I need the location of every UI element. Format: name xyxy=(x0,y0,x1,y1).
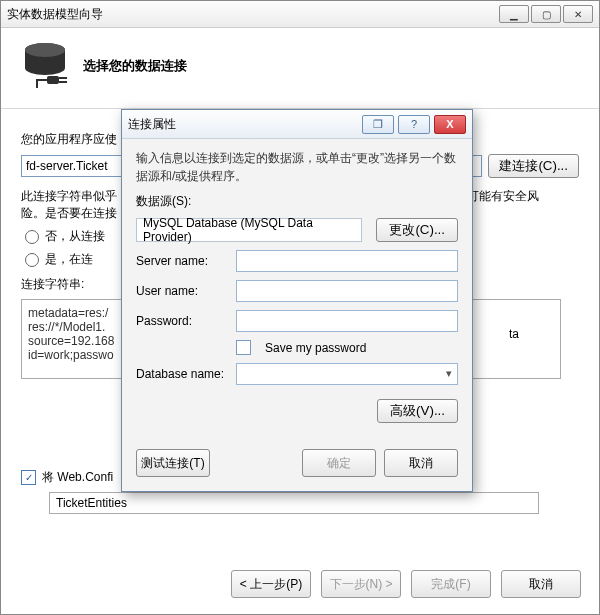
change-datasource-button[interactable]: 更改(C)... xyxy=(376,218,458,242)
server-name-label: Server name: xyxy=(136,254,228,268)
database-plug-icon xyxy=(23,42,69,90)
warning-text-1: 此连接字符串似乎 xyxy=(21,189,117,203)
help-icon: ? xyxy=(411,118,417,130)
datasource-value-box: MySQL Database (MySQL Data Provider) xyxy=(136,218,362,242)
save-webconfig-label: 将 Web.Confi xyxy=(42,469,113,486)
dialog-help-button[interactable]: ? xyxy=(398,115,430,134)
dialog-restore-button[interactable]: ❐ xyxy=(362,115,394,134)
entities-name-value: TicketEntities xyxy=(56,496,127,510)
maximize-icon: ▢ xyxy=(542,9,551,20)
wizard-window: 实体数据模型向导 ▁ ▢ ✕ 选择您的数据连接 您的应用程序应使 fd-serv… xyxy=(0,0,600,615)
restore-icon: ❐ xyxy=(373,118,383,131)
warning-text-2: 险。是否要在连接 xyxy=(21,206,117,220)
cancel-button[interactable]: 取消 xyxy=(501,570,581,598)
user-name-input[interactable] xyxy=(236,280,458,302)
dialog-close-button[interactable]: X xyxy=(434,115,466,134)
new-connection-button[interactable]: 建连接(C)... xyxy=(488,154,579,178)
save-webconfig-checkbox[interactable]: ✓ xyxy=(21,470,36,485)
radio-no-label: 否，从连接 xyxy=(45,228,105,245)
prev-button[interactable]: < 上一步(P) xyxy=(231,570,311,598)
dialog-titlebar: 连接属性 ❐ ? X xyxy=(122,110,472,139)
save-password-label: Save my password xyxy=(265,341,366,355)
minimize-icon: ▁ xyxy=(510,9,518,20)
finish-button: 完成(F) xyxy=(411,570,491,598)
test-connection-button[interactable]: 测试连接(T) xyxy=(136,449,210,477)
dialog-title: 连接属性 xyxy=(128,116,176,133)
entities-name-input[interactable]: TicketEntities xyxy=(49,492,539,514)
close-icon: X xyxy=(446,118,453,130)
radio-yes-label: 是，在连 xyxy=(45,251,93,268)
wizard-button-row: < 上一步(P) 下一步(N) > 完成(F) 取消 xyxy=(231,570,581,598)
save-password-checkbox[interactable] xyxy=(236,340,251,355)
user-name-label: User name: xyxy=(136,284,228,298)
advanced-button[interactable]: 高级(V)... xyxy=(377,399,458,423)
password-label: Password: xyxy=(136,314,228,328)
maximize-button[interactable]: ▢ xyxy=(531,5,561,23)
connection-properties-dialog: 连接属性 ❐ ? X 输入信息以连接到选定的数据源，或单击“更改”选择另一个数据… xyxy=(121,109,473,492)
window-title: 实体数据模型向导 xyxy=(7,6,103,23)
conn-string-tail: ta xyxy=(509,327,519,341)
datasource-value: MySQL Database (MySQL Data Provider) xyxy=(143,216,355,244)
window-titlebar: 实体数据模型向导 ▁ ▢ ✕ xyxy=(1,1,599,28)
radio-icon xyxy=(25,253,39,267)
connection-value: fd-server.Ticket xyxy=(26,159,108,173)
radio-icon xyxy=(25,230,39,244)
wizard-header: 选择您的数据连接 xyxy=(1,28,599,109)
database-name-label: Database name: xyxy=(136,367,228,381)
close-icon: ✕ xyxy=(574,9,582,20)
dialog-cancel-button[interactable]: 取消 xyxy=(384,449,458,477)
server-name-input[interactable] xyxy=(236,250,458,272)
wizard-step-title: 选择您的数据连接 xyxy=(83,57,187,75)
dialog-info-text: 输入信息以连接到选定的数据源，或单击“更改”选择另一个数据源和/或提供程序。 xyxy=(136,149,458,185)
datasource-label: 数据源(S): xyxy=(136,193,458,210)
next-button: 下一步(N) > xyxy=(321,570,401,598)
ok-button: 确定 xyxy=(302,449,376,477)
password-input[interactable] xyxy=(236,310,458,332)
close-button[interactable]: ✕ xyxy=(563,5,593,23)
svg-point-1 xyxy=(25,43,65,57)
svg-rect-2 xyxy=(47,76,59,84)
minimize-button[interactable]: ▁ xyxy=(499,5,529,23)
database-name-select[interactable] xyxy=(236,363,458,385)
